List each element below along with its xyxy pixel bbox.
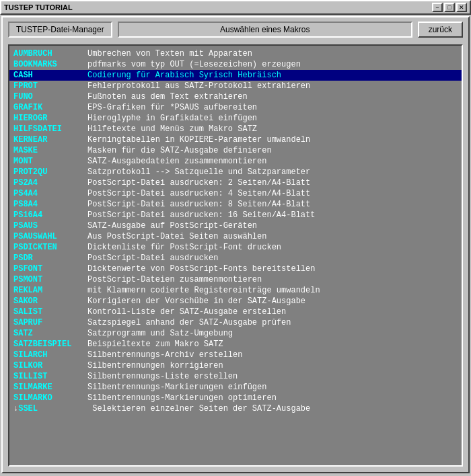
item-description: Satzprotokoll --> Satzquelle und Satzpar…	[87, 167, 458, 177]
item-description: Hieroglyphe in Grafikdatei einfügen	[87, 114, 458, 123]
list-item[interactable]: HILFSDATEIHilfetexte und Menüs zum Makro…	[9, 124, 462, 134]
item-description: mit Klammern codierte Registereinträge u…	[87, 286, 458, 295]
item-name: HILFSDATEI	[13, 124, 87, 134]
list-item[interactable]: MONTSATZ-Ausgabedateien zusammenmontiere…	[9, 156, 462, 167]
list-item[interactable]: PSFONTDicktenwerte von PostScript-Fonts …	[9, 264, 462, 274]
item-description: Silbentrennungs-Archiv erstellen	[87, 350, 458, 360]
item-name: FPROT	[13, 81, 87, 91]
list-item[interactable]: ↓ SSELSelektieren einzelner Seiten der S…	[9, 403, 462, 414]
item-description: Silbentrennungen korrigieren	[87, 361, 458, 370]
list-item[interactable]: AUMBRUCHUmbrechen von Texten mit Apparat…	[9, 48, 462, 59]
item-name: PSDR	[13, 253, 87, 263]
list-item[interactable]: PSMONTPostScript-Dateien zusammenmontier…	[9, 274, 462, 285]
item-name: SALIST	[13, 307, 87, 317]
item-description: EPS-Grafiken für *PSAUS aufbereiten	[87, 103, 458, 112]
item-name: PS4A4	[13, 189, 87, 198]
list-item[interactable]: SAPRUFSatzspiegel anhand der SATZ-Ausgab…	[9, 317, 462, 328]
item-name: CASH	[13, 71, 87, 80]
list-item[interactable]: KERNEARKerningtabellen in KOPIERE-Parame…	[9, 134, 462, 145]
item-description: PostScript-Dateien zusammenmontieren	[87, 275, 458, 284]
item-description: PostScript-Datei ausdrucken: 4 Seiten/A4…	[87, 189, 458, 198]
item-description: Korrigieren der Vorschübe in der SATZ-Au…	[87, 296, 458, 306]
item-description: Umbrechen von Texten mit Apparaten	[87, 49, 458, 58]
item-name: MONT	[13, 157, 87, 166]
list-item[interactable]: SILKORSilbentrennungen korrigieren	[9, 360, 462, 371]
item-description: SATZ-Ausgabedateien zusammenmontieren	[87, 157, 458, 166]
item-description: PostScript-Datei ausdrucken: 2 Seiten/A4…	[87, 178, 458, 188]
list-item[interactable]: PS16A4PostScript-Datei ausdrucken: 16 Se…	[9, 210, 462, 221]
item-name: MASKE	[13, 146, 87, 155]
item-name: SILMARKO	[13, 393, 87, 403]
item-description: Silbentrennungs-Markierungen optimieren	[87, 393, 458, 403]
item-name: BOOKMARKS	[13, 60, 87, 69]
item-description: pdfmarks vom typ OUT (=Lesezeichen) erze…	[87, 60, 458, 69]
item-name: PSDICKTEN	[13, 243, 87, 252]
list-item[interactable]: SILLISTSilbentrennungs-Liste erstellen	[9, 371, 462, 382]
item-description: Hilfetexte und Menüs zum Makro SATZ	[87, 124, 458, 134]
item-description: Satzspiegel anhand der SATZ-Ausgabe prüf…	[87, 318, 458, 327]
list-item[interactable]: PSAUSSATZ-Ausgabe auf PostScript-Geräten	[9, 221, 462, 231]
item-name: PSAUSWAHL	[13, 232, 87, 241]
back-button[interactable]: zurück	[418, 22, 463, 38]
list-item[interactable]: SATZBEISPIELBeispieltexte zum Makro SATZ	[9, 339, 462, 350]
item-description: Codierung für Arabisch Syrisch Hebräisch	[87, 71, 458, 80]
item-name: SATZ	[13, 329, 87, 338]
list-item[interactable]: SALISTKontroll-Liste der SATZ-Ausgabe er…	[9, 307, 462, 317]
title-bar: TUSTEP TUTORIAL − □ ✕	[0, 0, 471, 15]
list-item[interactable]: CASHCodierung für Arabisch Syrisch Hebrä…	[9, 70, 462, 81]
list-item[interactable]: PSAUSWAHLAus PostScript-Datei Seiten aus…	[9, 231, 462, 242]
item-name: KERNEAR	[13, 135, 87, 145]
list-item[interactable]: SATZSatzprogramm und Satz-Umgebung	[9, 328, 462, 339]
list-item[interactable]: PS2A4PostScript-Datei ausdrucken: 2 Seit…	[9, 177, 462, 188]
item-description: Fußnoten aus dem Text extrahieren	[87, 92, 458, 102]
item-description: PostScript-Datei ausdrucken: 16 Seiten/A…	[87, 210, 458, 220]
item-name: FUNO	[13, 92, 87, 102]
list-item[interactable]: HIEROGRHieroglyphe in Grafikdatei einfüg…	[9, 113, 462, 124]
item-description: Kerningtabellen in KOPIERE-Parameter umw…	[87, 135, 458, 145]
item-description: PostScript-Datei ausdrucken	[87, 253, 458, 263]
list-item[interactable]: BOOKMARKSpdfmarks vom typ OUT (=Lesezeic…	[9, 59, 462, 70]
list-item[interactable]: PS8A4PostScript-Datei ausdrucken: 8 Seit…	[9, 199, 462, 210]
item-name: PS8A4	[13, 200, 87, 209]
item-name: PSAUS	[13, 221, 87, 231]
item-name: SAKOR	[13, 296, 87, 306]
list-item[interactable]: REKLAMmit Klammern codierte Registereint…	[9, 285, 462, 296]
item-name: GRAFIK	[13, 103, 87, 112]
list-item[interactable]: PSDRPostScript-Datei ausdrucken	[9, 253, 462, 264]
item-name: SSEL	[18, 404, 92, 413]
item-name: AUMBRUCH	[13, 49, 87, 58]
list-item[interactable]: SAKORKorrigieren der Vorschübe in der SA…	[9, 296, 462, 307]
toolbar: TUSTEP-Datei-Manager Auswählen eines Mak…	[3, 17, 468, 42]
item-name: REKLAM	[13, 286, 87, 295]
list-item[interactable]: SILARCHSilbentrennungs-Archiv erstellen	[9, 350, 462, 360]
list-item[interactable]: FPROTFehlerprotokoll aus SATZ-Protokoll …	[9, 81, 462, 91]
item-name: PS2A4	[13, 178, 87, 188]
item-description: Selektieren einzelner Seiten der SATZ-Au…	[92, 404, 458, 413]
item-description: Beispieltexte zum Makro SATZ	[87, 340, 458, 349]
list-item[interactable]: FUNOFußnoten aus dem Text extrahieren	[9, 91, 462, 102]
main-window: TUSTEP-Datei-Manager Auswählen eines Mak…	[1, 16, 470, 473]
list-item[interactable]: SILMARKOSilbentrennungs-Markierungen opt…	[9, 393, 462, 403]
manager-label: TUSTEP-Datei-Manager	[8, 22, 112, 38]
item-name: PSMONT	[13, 275, 87, 284]
item-name: HIEROGR	[13, 114, 87, 123]
list-item[interactable]: PSDICKTENDicktenliste für PostScript-Fon…	[9, 242, 462, 253]
item-description: Dicktenliste für PostScript-Font drucken	[87, 243, 458, 252]
item-name: SATZBEISPIEL	[13, 340, 87, 349]
item-description: Fehlerprotokoll aus SATZ-Protokoll extra…	[87, 81, 458, 91]
list-item[interactable]: GRAFIKEPS-Grafiken für *PSAUS aufbereite…	[9, 102, 462, 113]
minimize-button[interactable]: −	[432, 3, 443, 12]
close-button[interactable]: ✕	[456, 3, 467, 12]
item-name: PROT2QU	[13, 167, 87, 177]
item-name: PSFONT	[13, 264, 87, 274]
scroll-down-icon: ↓	[13, 404, 18, 413]
list-item[interactable]: SILMARKESilbentrennungs-Markierungen ein…	[9, 382, 462, 393]
list-item[interactable]: MASKEMasken für die SATZ-Ausgabe definie…	[9, 145, 462, 156]
macro-list[interactable]: AUMBRUCHUmbrechen von Texten mit Apparat…	[9, 46, 462, 465]
maximize-button[interactable]: □	[444, 3, 455, 12]
title-bar-buttons: − □ ✕	[432, 3, 467, 12]
list-item[interactable]: PROT2QUSatzprotokoll --> Satzquelle und …	[9, 167, 462, 177]
item-description: Masken für die SATZ-Ausgabe definieren	[87, 146, 458, 155]
item-description: Dicktenwerte von PostScript-Fonts bereit…	[87, 264, 458, 274]
list-item[interactable]: PS4A4PostScript-Datei ausdrucken: 4 Seit…	[9, 188, 462, 199]
